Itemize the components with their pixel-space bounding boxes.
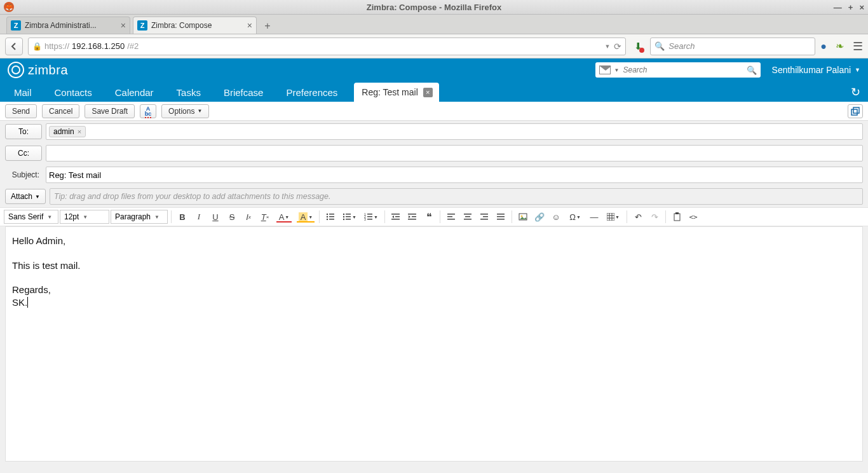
tab-compose[interactable]: Reg: Test mail ×	[354, 83, 438, 102]
zimbra-brand: zimbra	[28, 63, 68, 78]
window-maximize-button[interactable]: +	[848, 3, 853, 12]
align-justify-button[interactable]	[493, 210, 508, 224]
svg-text:3: 3	[364, 217, 366, 221]
bullet-list-button[interactable]	[323, 210, 338, 224]
zimbra-search[interactable]: ▼ 🔍	[595, 62, 761, 78]
zimbra-app-tabs: Mail Contacts Calendar Tasks Briefcase P…	[0, 81, 868, 102]
cc-row: Cc:	[0, 142, 868, 164]
subject-input[interactable]	[49, 170, 860, 180]
tab-compose-close-button[interactable]: ×	[423, 88, 433, 97]
browser-tab-1[interactable]: Z Zimbra: Compose ×	[133, 17, 257, 34]
highlight-color-button[interactable]: A▼	[295, 210, 316, 224]
spellcheck-button[interactable]: Abc	[140, 104, 156, 118]
url-bar[interactable]: 🔒 https://192.168.1.250/#2 ▼ ⟳	[28, 38, 626, 55]
attach-dropzone[interactable]: Tip: drag and drop files from your deskt…	[50, 188, 863, 205]
block-format-select[interactable]: Paragraph▼	[111, 210, 168, 224]
recipient-chip[interactable]: admin ×	[49, 126, 86, 137]
undo-button[interactable]: ↶	[630, 210, 646, 224]
redo-button[interactable]: ↷	[647, 210, 662, 224]
zimbra-search-input[interactable]	[623, 65, 742, 74]
paste-button[interactable]	[669, 210, 684, 224]
subject-field[interactable]	[46, 167, 863, 183]
browser-tab-0[interactable]: Z Zimbra Administrati... ×	[6, 17, 130, 34]
cc-button[interactable]: Cc:	[5, 146, 42, 161]
number-list-dropdown[interactable]: 123▼	[361, 210, 381, 224]
insert-symbol-button[interactable]: Ω▼	[565, 210, 585, 224]
svg-rect-15	[367, 214, 372, 215]
tab-mail[interactable]: Mail	[11, 83, 34, 102]
tab-briefcase[interactable]: Briefcase	[221, 83, 266, 102]
tab-compose-label: Reg: Test mail	[362, 87, 417, 97]
back-button[interactable]	[5, 38, 23, 55]
url-history-dropdown-icon[interactable]: ▼	[604, 43, 610, 50]
chevron-down-icon: ▼	[83, 214, 88, 220]
attach-row: Attach ▼ Tip: drag and drop files from y…	[0, 186, 868, 207]
send-button[interactable]: Send	[5, 104, 37, 118]
bullet-list-dropdown[interactable]: ▼	[339, 210, 360, 224]
refresh-button[interactable]: ↻	[851, 85, 860, 99]
insert-link-button[interactable]: 🔗	[532, 210, 547, 224]
cc-input[interactable]	[49, 149, 860, 158]
window-close-button[interactable]: ×	[859, 3, 864, 12]
underline-button[interactable]: U	[208, 210, 223, 224]
tab-tasks[interactable]: Tasks	[174, 83, 203, 102]
browser-search-box[interactable]: 🔍 Search	[650, 38, 815, 55]
cc-field[interactable]	[46, 145, 863, 161]
user-menu[interactable]: Senthilkumar Palani ▼	[772, 65, 860, 75]
blockquote-button[interactable]: ❝	[421, 210, 437, 224]
chevron-down-icon[interactable]: ▼	[614, 67, 620, 73]
strikethrough-button[interactable]: S	[224, 210, 240, 224]
align-center-button[interactable]	[460, 210, 475, 224]
source-code-button[interactable]: <>	[686, 210, 701, 224]
insert-emoji-button[interactable]: ☺	[548, 210, 564, 224]
svg-rect-25	[408, 219, 416, 220]
body-line: This is test mail.	[12, 259, 856, 272]
attach-button[interactable]: Attach ▼	[5, 189, 46, 204]
favicon-icon: Z	[11, 20, 21, 31]
text-color-button[interactable]: A▼	[274, 210, 294, 224]
hamburger-menu-button[interactable]: ☰	[853, 39, 863, 53]
globe-icon[interactable]: ●	[820, 41, 827, 52]
zimbra-logo[interactable]: zimbra	[8, 62, 68, 78]
options-label: Options	[168, 107, 194, 116]
indent-button[interactable]	[405, 210, 420, 224]
mail-scope-icon[interactable]	[599, 65, 611, 74]
leaf-icon[interactable]: ❧	[836, 40, 844, 52]
window-minimize-button[interactable]: —	[834, 3, 842, 12]
options-button[interactable]: Options▼	[161, 104, 209, 118]
insert-table-button[interactable]: ▼	[603, 210, 623, 224]
svg-rect-29	[464, 214, 471, 215]
tab-close-button[interactable]: ×	[121, 20, 126, 31]
subscript-button[interactable]: Ix	[241, 210, 256, 224]
reload-button[interactable]: ⟳	[614, 41, 621, 51]
font-family-select[interactable]: Sans Serif▼	[4, 210, 58, 224]
svg-rect-24	[412, 216, 416, 217]
insert-image-button[interactable]	[515, 210, 531, 224]
horizontal-rule-button[interactable]: —	[587, 210, 602, 224]
to-field[interactable]: admin ×	[46, 123, 863, 140]
svg-rect-27	[447, 216, 452, 217]
downloads-button[interactable]: ⬇	[631, 39, 645, 53]
tab-close-button[interactable]: ×	[247, 20, 252, 31]
favicon-icon: Z	[137, 20, 147, 31]
search-icon[interactable]: 🔍	[747, 65, 757, 75]
tab-contacts[interactable]: Contacts	[52, 83, 95, 102]
tab-preferences[interactable]: Preferences	[283, 83, 340, 102]
cancel-button[interactable]: Cancel	[42, 104, 79, 118]
clear-format-button[interactable]: T×	[257, 210, 273, 224]
align-right-button[interactable]	[477, 210, 492, 224]
bold-button[interactable]: B	[175, 210, 190, 224]
to-input[interactable]	[88, 127, 860, 137]
italic-button[interactable]: I	[191, 210, 207, 224]
font-size-select[interactable]: 12pt▼	[60, 210, 109, 224]
chip-remove-button[interactable]: ×	[78, 128, 81, 135]
to-button[interactable]: To:	[5, 124, 42, 139]
new-tab-button[interactable]: +	[259, 18, 276, 34]
outdent-button[interactable]	[388, 210, 403, 224]
align-left-button[interactable]	[444, 210, 459, 224]
svg-rect-21	[395, 216, 400, 217]
save-draft-button[interactable]: Save Draft	[85, 104, 135, 118]
tab-calendar[interactable]: Calendar	[112, 83, 156, 102]
detach-window-button[interactable]	[848, 104, 863, 118]
message-body-editor[interactable]: Hello Admin, This is test mail. Regards,…	[5, 226, 863, 462]
